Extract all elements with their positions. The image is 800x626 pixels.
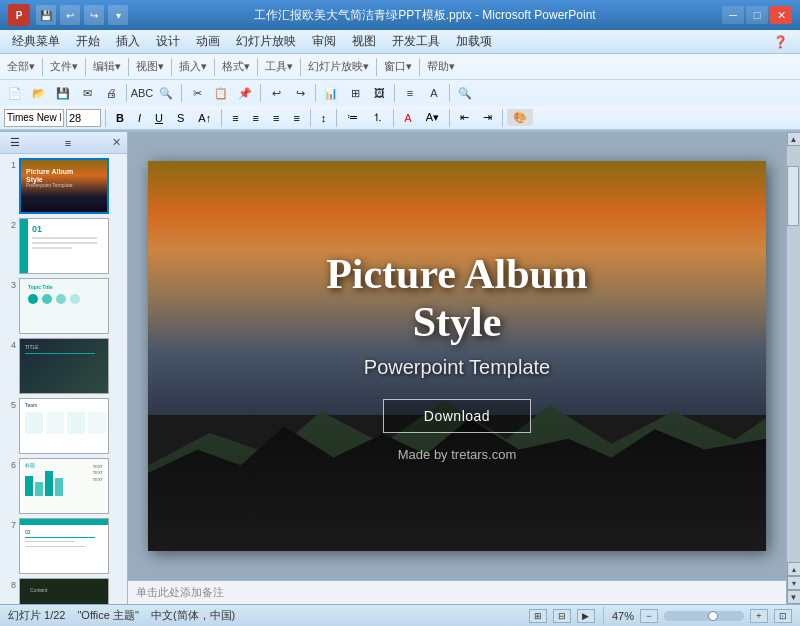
slide-thumb-6[interactable]: 6 标题 TEXTTEXTTEXT xyxy=(4,458,123,514)
slide1-preview-sub: Powerpoint Template xyxy=(26,182,73,188)
table-btn[interactable]: ⊞ xyxy=(344,83,366,103)
menu-start[interactable]: 开始 xyxy=(68,31,108,52)
bold-btn[interactable]: B xyxy=(110,110,130,126)
close-button[interactable]: ✕ xyxy=(770,6,792,24)
sep2 xyxy=(85,58,86,76)
menu-slideshow[interactable]: 幻灯片放映 xyxy=(228,31,304,52)
print-preview-btn[interactable]: 🖨 xyxy=(100,83,122,103)
slide2-label: 01 xyxy=(32,224,42,234)
align-btn[interactable]: ≡ xyxy=(399,83,421,103)
copy-btn[interactable]: 📋 xyxy=(210,83,232,103)
slide-count-label: 幻灯片 1/22 xyxy=(8,608,65,623)
scroll-page-down[interactable]: ▾ xyxy=(787,576,801,590)
slide-num-6: 6 xyxy=(4,458,16,470)
redo-icon[interactable]: ↪ xyxy=(84,5,104,25)
undo-icon[interactable]: ↩ xyxy=(60,5,80,25)
spell-btn[interactable]: ABC xyxy=(131,83,153,103)
notes-bar[interactable]: 单击此处添加备注 xyxy=(128,580,786,604)
zoom-slider[interactable] xyxy=(664,611,744,621)
panel-close-btn[interactable]: ✕ xyxy=(112,136,121,149)
line-spacing-btn[interactable]: ↕ xyxy=(315,110,333,126)
align-center-btn[interactable]: ≡ xyxy=(247,110,265,126)
font-color-btn[interactable]: A xyxy=(423,83,445,103)
normal-view-btn[interactable]: ⊞ xyxy=(529,609,547,623)
save-btn[interactable]: 💾 xyxy=(52,83,74,103)
maximize-button[interactable]: □ xyxy=(746,6,768,24)
justify-btn[interactable]: ≡ xyxy=(287,110,305,126)
save-icon[interactable]: 💾 xyxy=(36,5,56,25)
increase-indent-btn[interactable]: ⇥ xyxy=(477,109,498,126)
download-button[interactable]: Download xyxy=(383,399,531,433)
sep7 xyxy=(300,58,301,76)
thumbnails-tab[interactable]: ☰ xyxy=(6,134,24,151)
slide-thumb-8[interactable]: 8 Content xyxy=(4,578,123,604)
toolbar-view-label: 视图▾ xyxy=(133,59,167,74)
underline-btn[interactable]: U xyxy=(149,110,169,126)
menu-insert[interactable]: 插入 xyxy=(108,31,148,52)
font-color-format-btn[interactable]: A xyxy=(398,110,417,126)
window-title: 工作汇报欧美大气简洁青绿PPT模板.pptx - Microsoft Power… xyxy=(128,7,722,24)
font-size-increase[interactable]: A↑ xyxy=(192,110,217,126)
menu-review[interactable]: 审阅 xyxy=(304,31,344,52)
toolbar-help-label: 帮助▾ xyxy=(424,59,458,74)
undo-toolbar-btn[interactable]: ↩ xyxy=(265,83,287,103)
minimize-button[interactable]: ─ xyxy=(722,6,744,24)
slide-sorter-btn[interactable]: ⊟ xyxy=(553,609,571,623)
redo-toolbar-btn[interactable]: ↪ xyxy=(289,83,311,103)
slide-subtitle: Powerpoint Template xyxy=(364,356,550,379)
scroll-down-btn[interactable]: ▼ xyxy=(787,590,801,604)
menu-animation[interactable]: 动画 xyxy=(188,31,228,52)
slideshow-btn[interactable]: ▶ xyxy=(577,609,595,623)
chart-btn[interactable]: 📊 xyxy=(320,83,342,103)
italic-btn[interactable]: I xyxy=(132,110,147,126)
slide-thumb-4[interactable]: 4 TITLE xyxy=(4,338,123,394)
paste-btn[interactable]: 📌 xyxy=(234,83,256,103)
slide-thumb-3[interactable]: 3 Topic Title xyxy=(4,278,123,334)
menu-design[interactable]: 设计 xyxy=(148,31,188,52)
cut-btn[interactable]: ✂ xyxy=(186,83,208,103)
fit-window-btn[interactable]: ⊡ xyxy=(774,609,792,623)
scroll-page-up[interactable]: ▴ xyxy=(787,562,801,576)
slide-thumb-5[interactable]: 5 Team xyxy=(4,398,123,454)
status-right: ⊞ ⊟ ▶ 47% − + ⊡ xyxy=(529,607,792,625)
font-size-input[interactable] xyxy=(66,109,101,127)
decrease-indent-btn[interactable]: ⇤ xyxy=(454,109,475,126)
scroll-track[interactable] xyxy=(787,146,800,562)
vertical-scrollbar: ▲ ▴ ▾ ▼ xyxy=(786,132,800,604)
zoom-in-btn[interactable]: + xyxy=(750,609,768,623)
research-btn[interactable]: 🔍 xyxy=(155,83,177,103)
email-btn[interactable]: ✉ xyxy=(76,83,98,103)
canvas-scroll-area[interactable]: Picture AlbumStyle Powerpoint Template D… xyxy=(128,132,786,580)
sep12 xyxy=(260,84,261,102)
strikethrough-btn[interactable]: S xyxy=(171,110,190,126)
menu-help-icon[interactable]: ❓ xyxy=(765,33,796,51)
slide-thumb-1[interactable]: 1 Picture AlbumStyle Powerpoint Template xyxy=(4,158,123,214)
customize-icon[interactable]: ▾ xyxy=(108,5,128,25)
slide-thumb-7[interactable]: 7 02 xyxy=(4,518,123,574)
align-left-btn[interactable]: ≡ xyxy=(226,110,244,126)
zoom-btn[interactable]: 🔍 xyxy=(454,83,476,103)
align-right-btn[interactable]: ≡ xyxy=(267,110,285,126)
scroll-up-btn[interactable]: ▲ xyxy=(787,132,801,146)
sep19 xyxy=(336,109,337,127)
photo-btn[interactable]: 🖼 xyxy=(368,83,390,103)
slide-panel: ☰ ≡ ✕ 1 Picture AlbumStyle Powerpoint Te… xyxy=(0,132,128,604)
sep10 xyxy=(126,84,127,102)
numbering-btn[interactable]: ⒈ xyxy=(366,108,389,127)
notes-placeholder: 单击此处添加备注 xyxy=(136,585,224,600)
menu-view[interactable]: 视图 xyxy=(344,31,384,52)
fill-color-btn[interactable]: 🎨 xyxy=(507,109,533,126)
menu-classic[interactable]: 经典菜单 xyxy=(4,31,68,52)
open-btn[interactable]: 📂 xyxy=(28,83,50,103)
bullets-btn[interactable]: ≔ xyxy=(341,109,364,126)
outline-tab[interactable]: ≡ xyxy=(61,135,75,151)
text-highlight-btn[interactable]: A▾ xyxy=(420,109,445,126)
slide-num-7: 7 xyxy=(4,518,16,530)
font-name-input[interactable] xyxy=(4,109,64,127)
scroll-thumb[interactable] xyxy=(787,166,799,226)
new-btn[interactable]: 📄 xyxy=(4,83,26,103)
menu-addins[interactable]: 加载项 xyxy=(448,31,500,52)
zoom-out-btn[interactable]: − xyxy=(640,609,658,623)
slide-thumb-2[interactable]: 2 01 xyxy=(4,218,123,274)
menu-dev[interactable]: 开发工具 xyxy=(384,31,448,52)
